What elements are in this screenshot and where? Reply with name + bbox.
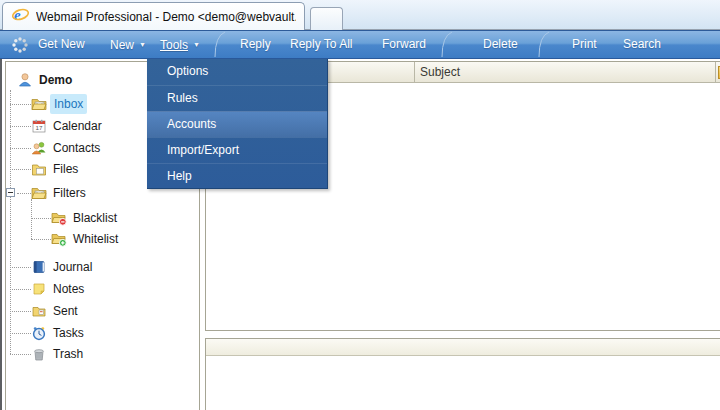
tree-line [10, 333, 31, 334]
contacts-icon [31, 140, 47, 156]
folder-icon [31, 161, 47, 177]
chevron-down-icon: ▼ [193, 41, 200, 48]
inbox-icon [31, 96, 47, 112]
sidebar-item-whitelist[interactable]: Whitelist [6, 229, 197, 249]
sidebar-item-label: Trash [53, 344, 83, 364]
notes-icon [31, 281, 47, 297]
browser-tab-active[interactable]: e Webmail Professional - Demo <demo@webv… [2, 2, 305, 30]
tree-line [31, 218, 51, 219]
sidebar-item-notes[interactable]: Notes [6, 279, 197, 299]
tools-label: Tools [160, 38, 188, 52]
delete-label: Delete [483, 37, 518, 51]
trash-icon [31, 346, 47, 362]
tools-dropdown-menu: Options Rules Accounts Import/Export Hel… [147, 59, 328, 189]
get-new-button[interactable]: Get New [38, 31, 85, 58]
new-tab-stub[interactable] [310, 7, 343, 30]
sidebar-item-label: Notes [53, 279, 84, 299]
tree-line [10, 169, 31, 170]
delete-button[interactable]: Delete [483, 31, 518, 58]
sidebar-item-journal[interactable]: Journal [6, 257, 197, 277]
print-button[interactable]: Print [572, 31, 597, 58]
preview-pane-header [206, 339, 720, 356]
reply-to-all-button[interactable]: Reply To All [290, 31, 352, 58]
sidebar-item-tasks[interactable]: Tasks [6, 323, 197, 343]
tree-line [10, 267, 31, 268]
reply-to-all-label: Reply To All [290, 37, 352, 51]
tree-line [10, 289, 31, 290]
sidebar-item-sent[interactable]: Sent [6, 301, 197, 321]
sidebar-item-label: Inbox [50, 94, 87, 114]
browser-tab-bar: e Webmail Professional - Demo <demo@webv… [0, 0, 720, 30]
toolbar-separator [211, 31, 227, 61]
svg-text:17: 17 [36, 124, 43, 131]
menu-item-options[interactable]: Options [147, 59, 327, 85]
calendar-icon: 17 [31, 118, 47, 134]
tree-line [17, 193, 31, 194]
toolbar-separator [535, 31, 551, 61]
reply-label: Reply [240, 37, 271, 51]
tab-title: Webmail Professional - Demo <demo@webvau… [36, 10, 296, 24]
search-label: Search [623, 37, 661, 51]
sent-folder-icon [31, 303, 47, 319]
tools-button[interactable]: Tools▼ [160, 31, 200, 58]
print-label: Print [572, 37, 597, 51]
tasks-icon [31, 325, 47, 341]
sidebar-item-trash[interactable]: Trash [6, 344, 197, 364]
menu-item-accounts[interactable]: Accounts [147, 111, 327, 137]
sidebar-item-label: Journal [53, 257, 92, 277]
blacklist-folder-icon [51, 210, 67, 226]
tree-line [10, 354, 31, 355]
reply-button[interactable]: Reply [240, 31, 271, 58]
sidebar-item-label: Filters [53, 183, 86, 203]
tree-line [10, 104, 31, 105]
sidebar-item-label: Files [53, 159, 78, 179]
preview-pane-body [206, 356, 720, 410]
journal-icon [31, 259, 47, 275]
sidebar-item-label: Whitelist [73, 229, 118, 249]
sidebar-item-label: Blacklist [73, 208, 117, 228]
forward-label: Forward [382, 37, 426, 51]
sidebar-item-label: Contacts [53, 138, 100, 158]
toolbar-separator [438, 31, 454, 61]
sidebar-item-label: Sent [53, 301, 78, 321]
ie-icon: e [11, 6, 29, 27]
column-resize-handle[interactable] [715, 62, 716, 82]
account-label: Demo [39, 70, 72, 90]
preview-pane [205, 338, 720, 410]
get-new-label: Get New [38, 37, 85, 51]
main-toolbar: Get New New▼ Tools▼ Reply Reply To All F… [0, 30, 720, 59]
new-button[interactable]: New▼ [110, 31, 146, 58]
tree-line [31, 239, 51, 240]
sidebar-item-label: Calendar [53, 116, 102, 136]
spinner-icon [11, 36, 29, 54]
window-left-border [0, 59, 2, 410]
mail-folder-icon [31, 185, 47, 201]
menu-item-help[interactable]: Help [147, 163, 327, 189]
sidebar-item-label: Tasks [53, 323, 84, 343]
sidebar-item-blacklist[interactable]: Blacklist [6, 208, 197, 228]
column-header-subject[interactable]: Subject [420, 62, 460, 82]
column-resize-handle[interactable] [414, 62, 415, 82]
forward-button[interactable]: Forward [382, 31, 426, 58]
tree-line [10, 148, 31, 149]
tree-line [10, 311, 31, 312]
person-icon [17, 72, 33, 88]
menu-item-rules[interactable]: Rules [147, 85, 327, 111]
search-button[interactable]: Search [623, 31, 661, 58]
whitelist-folder-icon [51, 231, 67, 247]
new-label: New [110, 38, 134, 52]
tree-line [10, 126, 31, 127]
menu-item-import-export[interactable]: Import/Export [147, 137, 327, 163]
chevron-down-icon: ▼ [139, 41, 146, 48]
